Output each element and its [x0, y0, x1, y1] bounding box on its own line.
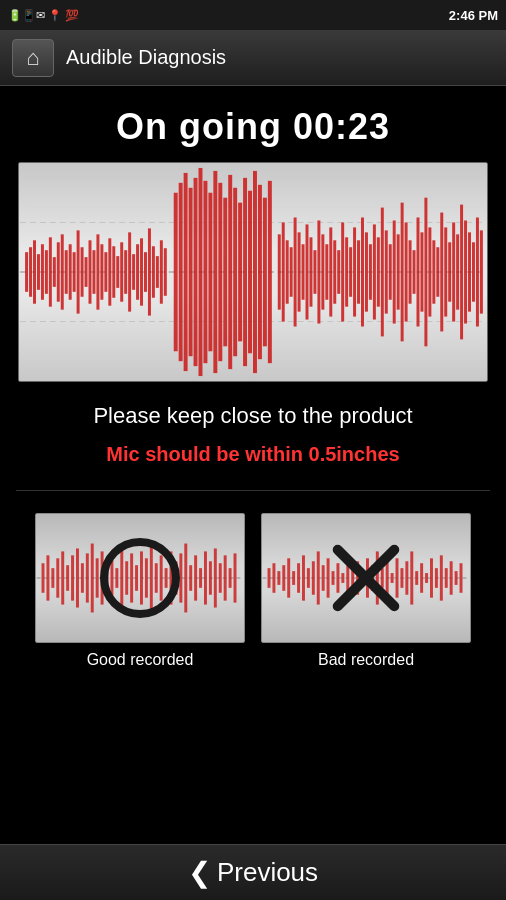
svg-rect-156	[282, 565, 285, 591]
svg-rect-141	[184, 543, 187, 612]
svg-rect-102	[448, 242, 451, 301]
svg-rect-106	[464, 220, 467, 323]
svg-rect-60	[282, 222, 285, 321]
timer-display: On going 00:23	[116, 106, 390, 148]
svg-rect-44	[199, 168, 203, 376]
svg-rect-182	[410, 551, 413, 604]
svg-rect-26	[116, 256, 119, 288]
svg-rect-84	[377, 237, 380, 306]
svg-rect-42	[189, 188, 193, 356]
svg-rect-160	[302, 555, 305, 600]
svg-rect-85	[381, 208, 384, 337]
good-sample-box: Good recorded	[35, 513, 245, 669]
svg-rect-41	[184, 173, 188, 371]
svg-rect-89	[397, 234, 400, 309]
status-time: 2:46 PM	[449, 8, 498, 23]
svg-rect-19	[89, 240, 92, 303]
good-waveform	[35, 513, 245, 643]
svg-rect-5	[33, 240, 36, 303]
svg-rect-13	[65, 250, 68, 294]
svg-rect-164	[322, 565, 325, 591]
svg-rect-76	[345, 237, 348, 306]
svg-rect-153	[268, 568, 271, 588]
svg-rect-117	[66, 565, 69, 591]
svg-rect-81	[365, 232, 368, 311]
svg-rect-116	[61, 551, 64, 604]
top-bar: ⌂ Audible Diagnosis	[0, 30, 506, 86]
svg-rect-70	[321, 234, 324, 309]
svg-rect-53	[243, 178, 247, 366]
bad-x-icon	[326, 538, 406, 618]
svg-rect-88	[393, 220, 396, 323]
svg-rect-109	[476, 218, 479, 327]
svg-rect-103	[452, 222, 455, 321]
svg-rect-90	[401, 203, 404, 342]
svg-rect-154	[272, 563, 275, 593]
good-circle-icon	[100, 538, 180, 618]
svg-rect-34	[148, 228, 151, 315]
svg-rect-56	[258, 185, 262, 359]
svg-rect-59	[278, 234, 281, 309]
svg-rect-49	[223, 198, 227, 347]
svg-rect-6	[37, 254, 40, 290]
svg-rect-189	[445, 568, 448, 588]
svg-rect-57	[263, 198, 267, 347]
svg-rect-108	[472, 242, 475, 301]
svg-rect-37	[160, 240, 163, 303]
svg-rect-65	[302, 244, 305, 299]
svg-rect-115	[56, 558, 59, 597]
svg-rect-22	[100, 244, 103, 299]
svg-rect-46	[208, 193, 212, 352]
home-button[interactable]: ⌂	[12, 39, 54, 77]
svg-rect-74	[337, 250, 340, 294]
status-bar: 🔋📱✉ 📍 💯 2:46 PM	[0, 0, 506, 30]
svg-rect-8	[45, 250, 48, 294]
svg-rect-149	[224, 555, 227, 600]
svg-rect-86	[385, 230, 388, 313]
svg-rect-45	[203, 181, 207, 363]
svg-rect-31	[136, 244, 139, 299]
svg-rect-119	[76, 548, 79, 607]
svg-rect-150	[229, 568, 232, 588]
svg-rect-38	[164, 248, 167, 296]
svg-rect-20	[92, 250, 95, 294]
svg-rect-112	[42, 563, 45, 593]
svg-rect-47	[213, 171, 217, 373]
svg-rect-99	[436, 247, 439, 297]
svg-rect-183	[415, 571, 418, 585]
svg-rect-64	[298, 232, 301, 311]
svg-rect-25	[112, 246, 115, 298]
svg-rect-161	[307, 568, 310, 588]
svg-rect-95	[420, 232, 423, 311]
svg-rect-190	[450, 561, 453, 594]
svg-rect-107	[468, 232, 471, 311]
svg-rect-9	[49, 237, 52, 306]
svg-rect-110	[480, 230, 483, 313]
svg-rect-75	[341, 222, 344, 321]
previous-button[interactable]: ❮ Previous	[188, 856, 318, 889]
svg-rect-122	[91, 543, 94, 612]
svg-rect-28	[124, 250, 127, 294]
bottom-nav: ❮ Previous	[0, 844, 506, 900]
svg-rect-83	[373, 224, 376, 319]
svg-rect-55	[253, 171, 257, 373]
svg-rect-29	[128, 232, 131, 311]
svg-rect-78	[353, 227, 356, 316]
svg-rect-11	[57, 242, 60, 301]
svg-rect-54	[248, 191, 252, 354]
svg-rect-159	[297, 563, 300, 593]
svg-rect-158	[292, 571, 295, 585]
svg-rect-155	[277, 571, 280, 585]
svg-rect-50	[228, 175, 232, 369]
warning-text: Mic should be within 0.5inches	[106, 443, 399, 466]
svg-rect-7	[41, 244, 44, 299]
chevron-left-icon: ❮	[188, 856, 211, 889]
svg-rect-33	[144, 252, 147, 292]
good-label: Good recorded	[87, 651, 194, 669]
svg-rect-157	[287, 558, 290, 597]
notification-icons: 🔋📱✉ 📍 💯	[8, 9, 79, 22]
svg-rect-104	[456, 234, 459, 309]
svg-rect-68	[313, 250, 316, 294]
svg-rect-188	[440, 555, 443, 600]
svg-rect-121	[86, 553, 89, 602]
